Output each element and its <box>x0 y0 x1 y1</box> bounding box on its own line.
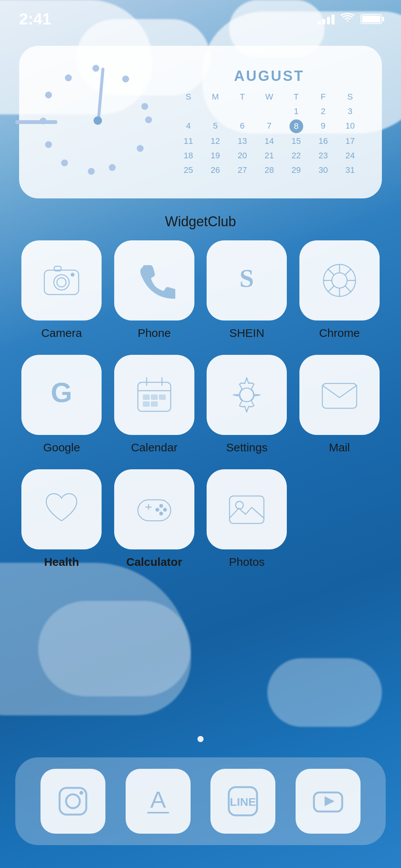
cal-header-w: W <box>257 90 282 103</box>
calculator-icon-bg <box>114 469 194 549</box>
svg-point-2 <box>57 278 66 287</box>
svg-rect-25 <box>151 401 158 407</box>
app-grid: Camera Phone S SHEIN <box>19 240 382 568</box>
photos-label: Photos <box>229 556 265 568</box>
app-calculator[interactable]: Calculator <box>112 469 197 568</box>
svg-text:G: G <box>51 377 72 408</box>
cal-header-m: M <box>203 90 228 103</box>
svg-rect-24 <box>143 401 150 407</box>
app-camera[interactable]: Camera <box>19 240 104 340</box>
app-chrome[interactable]: Chrome <box>297 240 382 340</box>
status-time: 2:41 <box>19 10 51 28</box>
dock: A LINE <box>15 757 386 845</box>
status-bar: 2:41 <box>0 0 401 31</box>
svg-rect-23 <box>159 395 166 400</box>
svg-point-39 <box>79 791 83 795</box>
battery-icon <box>361 14 382 24</box>
svg-rect-27 <box>322 383 357 408</box>
shein-icon-bg: S <box>207 240 287 320</box>
calendar-month: AUGUST <box>176 68 363 84</box>
phone-label: Phone <box>137 327 171 340</box>
svg-text:S: S <box>239 264 254 293</box>
svg-line-14 <box>345 269 351 275</box>
svg-point-38 <box>66 794 80 808</box>
svg-point-4 <box>71 273 74 277</box>
svg-point-33 <box>163 508 167 512</box>
svg-rect-22 <box>151 395 158 400</box>
svg-rect-21 <box>143 395 150 400</box>
wifi-icon <box>341 13 354 26</box>
widget: AUGUST S M T W T F S - - - - 1 2 3 4 5 6… <box>19 46 382 198</box>
svg-marker-45 <box>325 796 335 806</box>
cal-header-s1: S <box>176 90 201 103</box>
cal-header-t2: T <box>283 90 309 103</box>
clock-widget <box>38 61 160 183</box>
chrome-label: Chrome <box>319 327 360 340</box>
svg-point-1 <box>54 275 69 290</box>
camera-icon-bg <box>21 240 102 320</box>
calendar-grid: S M T W T F S - - - - 1 2 3 4 5 6 7 8 9 … <box>176 90 363 177</box>
svg-point-32 <box>155 508 159 512</box>
dock-instagram[interactable] <box>40 769 105 834</box>
google-label: Google <box>43 441 80 454</box>
svg-line-12 <box>328 269 334 275</box>
dock-youtube[interactable] <box>296 769 361 834</box>
app-photos[interactable]: Photos <box>204 469 289 568</box>
google-icon-bg: G <box>21 355 102 435</box>
calendar-icon-bg <box>114 355 194 435</box>
widgetclub-label: WidgetClub <box>0 214 401 230</box>
status-icons <box>318 13 382 26</box>
svg-line-13 <box>345 286 351 292</box>
svg-point-31 <box>159 504 163 508</box>
photos-icon-bg <box>207 469 287 549</box>
camera-label: Camera <box>41 327 82 340</box>
health-label: Health <box>44 556 79 568</box>
dock-appstore[interactable]: A <box>126 769 191 834</box>
svg-point-36 <box>236 501 243 509</box>
svg-text:A: A <box>150 786 166 813</box>
app-calendar[interactable]: Calendar <box>112 355 197 454</box>
signal-icon <box>318 14 335 24</box>
mail-label: Mail <box>329 441 350 454</box>
settings-icon-bg <box>207 355 287 435</box>
app-google[interactable]: G Google <box>19 355 104 454</box>
calculator-label: Calculator <box>126 556 182 568</box>
shein-label: SHEIN <box>229 327 264 340</box>
svg-rect-35 <box>230 496 264 523</box>
svg-point-34 <box>159 512 163 515</box>
app-mail[interactable]: Mail <box>297 355 382 454</box>
app-shein[interactable]: S SHEIN <box>204 240 289 340</box>
calendar-widget: AUGUST S M T W T F S - - - - 1 2 3 4 5 6… <box>176 68 363 177</box>
chrome-icon-bg <box>299 240 380 320</box>
page-indicator <box>197 736 204 742</box>
health-icon-bg <box>21 469 102 549</box>
svg-point-7 <box>332 273 347 288</box>
svg-line-15 <box>328 286 334 292</box>
calendar-label: Calendar <box>131 441 178 454</box>
dock-line[interactable]: LINE <box>210 769 275 834</box>
cal-header-s2: S <box>337 90 363 103</box>
settings-label: Settings <box>226 441 267 454</box>
cal-header-t1: T <box>230 90 255 103</box>
app-health[interactable]: Health <box>19 469 104 568</box>
svg-text:LINE: LINE <box>230 796 256 808</box>
phone-icon-bg <box>114 240 194 320</box>
mail-icon-bg <box>299 355 380 435</box>
app-phone[interactable]: Phone <box>112 240 197 340</box>
cal-header-f: F <box>310 90 336 103</box>
app-settings[interactable]: Settings <box>204 355 289 454</box>
